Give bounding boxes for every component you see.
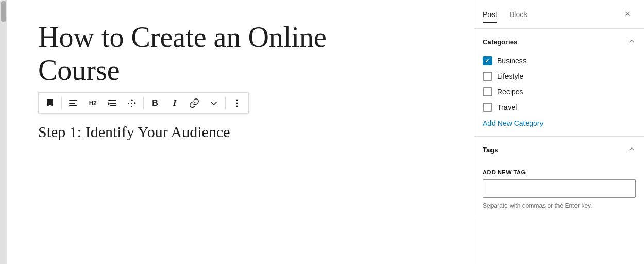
- category-label-business: Business: [497, 57, 527, 65]
- post-title[interactable]: How to Create an Online Course: [38, 21, 443, 87]
- tags-input[interactable]: [483, 179, 636, 198]
- ellipsis-vertical-icon: [232, 98, 242, 108]
- category-checkbox-travel[interactable]: [483, 103, 492, 112]
- category-item-recipes: Recipes: [483, 84, 636, 100]
- tags-section-title: Tags: [483, 146, 498, 154]
- tags-hint: Separate with commas or the Enter key.: [483, 202, 636, 209]
- category-item-business: Business: [483, 53, 636, 69]
- tags-section-header[interactable]: Tags: [474, 137, 644, 161]
- category-checkbox-recipes[interactable]: [483, 87, 492, 96]
- italic-button[interactable]: I: [165, 94, 184, 112]
- svg-rect-2: [69, 105, 77, 106]
- chevron-down-icon: [209, 98, 219, 108]
- scrollbar[interactable]: [0, 0, 7, 264]
- svg-rect-4: [110, 103, 116, 104]
- list-indent-button[interactable]: [103, 94, 122, 112]
- indent-icon: [107, 98, 117, 108]
- categories-section-title: Categories: [483, 38, 517, 46]
- options-button[interactable]: [228, 94, 246, 112]
- link-icon: [189, 98, 199, 108]
- svg-point-7: [236, 102, 238, 104]
- category-item-lifestyle: Lifestyle: [483, 69, 636, 84]
- sidebar: Post Block × Categories Business Lifesty…: [474, 0, 644, 264]
- align-icon: [68, 98, 78, 108]
- block-type-button[interactable]: [41, 94, 59, 112]
- toolbar-divider-2: [143, 97, 144, 109]
- svg-rect-5: [110, 105, 116, 106]
- tab-block[interactable]: Block: [510, 6, 527, 23]
- bookmark-icon: [45, 98, 55, 108]
- svg-rect-0: [69, 100, 77, 101]
- block-toolbar: H2 B: [38, 92, 249, 114]
- svg-point-6: [236, 99, 238, 101]
- svg-rect-3: [108, 100, 116, 101]
- category-checkbox-business[interactable]: [483, 56, 492, 65]
- heading2-button[interactable]: H2: [83, 94, 102, 112]
- tags-content: ADD NEW TAG Separate with commas or the …: [474, 161, 644, 218]
- category-label-lifestyle: Lifestyle: [497, 72, 523, 80]
- categories-section-header[interactable]: Categories: [474, 29, 644, 53]
- close-sidebar-button[interactable]: ×: [619, 6, 636, 23]
- categories-list: Business Lifestyle Recipes Travel Add Ne…: [474, 53, 644, 136]
- categories-section: Categories Business Lifestyle Recipes: [474, 29, 644, 137]
- bold-button[interactable]: B: [146, 94, 164, 112]
- editor-area: How to Create an Online Course H2: [7, 0, 474, 264]
- tags-section: Tags ADD NEW TAG Separate with commas or…: [474, 137, 644, 218]
- move-button[interactable]: [123, 94, 141, 112]
- svg-point-8: [236, 105, 238, 107]
- tags-chevron-icon: [628, 145, 636, 155]
- category-label-travel: Travel: [497, 103, 517, 111]
- toolbar-divider-3: [225, 97, 226, 109]
- categories-chevron-icon: [628, 37, 636, 47]
- tab-post[interactable]: Post: [483, 6, 497, 23]
- post-subheading[interactable]: Step 1: Identify Your Audience: [38, 123, 443, 141]
- sidebar-tabs: Post Block ×: [474, 0, 644, 29]
- add-new-tag-label: ADD NEW TAG: [483, 169, 636, 175]
- add-new-category-link[interactable]: Add New Category: [483, 119, 544, 127]
- scrollbar-thumb[interactable]: [1, 1, 6, 22]
- svg-rect-1: [69, 103, 75, 104]
- category-checkbox-lifestyle[interactable]: [483, 72, 492, 81]
- move-icon: [127, 98, 137, 108]
- block-toolbar-wrapper: H2 B: [38, 92, 443, 114]
- align-button[interactable]: [64, 94, 82, 112]
- category-label-recipes: Recipes: [497, 88, 523, 96]
- link-button[interactable]: [185, 94, 204, 112]
- category-item-travel: Travel: [483, 100, 636, 115]
- more-rich-text-button[interactable]: [205, 94, 223, 112]
- toolbar-divider-1: [61, 97, 62, 109]
